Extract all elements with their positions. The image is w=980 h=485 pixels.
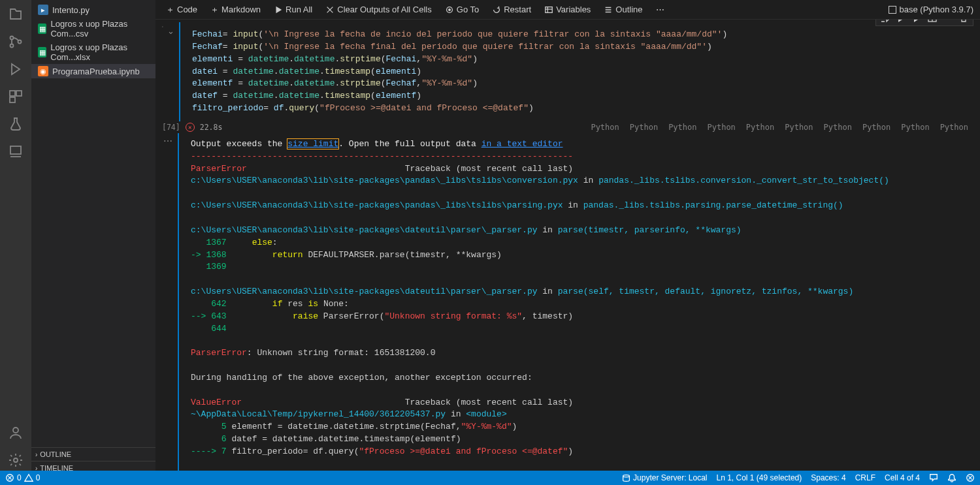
file-explorer: ▸Intento.py ▦Logros x uop Plazas Com...c… [31, 0, 155, 447]
svg-point-0 [10, 37, 14, 40]
jupyter-server-status[interactable]: Jupyter Server: Local [622, 473, 707, 482]
more-toolbar-icon[interactable]: ⋯ [652, 3, 668, 16]
kernel-selector[interactable]: base (Python 3.9.7) [889, 5, 973, 14]
notifications-icon[interactable] [947, 473, 956, 482]
variables-button[interactable]: Variables [540, 3, 595, 16]
execution-count: [74] [162, 123, 180, 132]
cell-position[interactable]: Cell 4 of 4 [885, 473, 920, 482]
notebook-file-icon: ◉ [38, 66, 48, 76]
execute-cell-icon[interactable] [896, 20, 906, 23]
csv-file-icon: ▦ [38, 23, 46, 34]
goto-button[interactable]: Go To [441, 3, 483, 16]
file-name: Intento.py [52, 5, 90, 15]
cell-editor[interactable]: Fechai= input('\n Ingrese la fecha de in… [179, 22, 979, 121]
kernel-status-icon [889, 6, 896, 14]
problems-status[interactable]: 0 0 [5, 473, 40, 482]
run-all-button[interactable]: Run All [270, 3, 316, 16]
file-name: Logros x uop Plazas Com...xlsx [50, 42, 149, 62]
mime-buttons: PythonPythonPythonPythonPythonPythonPyth… [591, 123, 980, 132]
svg-rect-3 [10, 91, 15, 96]
accounts-icon[interactable] [8, 425, 24, 441]
run-by-line-icon[interactable] [880, 20, 890, 23]
outline-section-header[interactable]: ›OUTLINE [31, 448, 155, 462]
svg-point-7 [13, 428, 18, 433]
feedback-icon[interactable] [929, 473, 938, 482]
testing-icon[interactable] [8, 116, 24, 132]
explorer-activity-icon[interactable] [8, 7, 24, 22]
xlsx-file-icon: ▦ [38, 47, 46, 57]
outline-button[interactable]: Outline [600, 3, 646, 16]
svg-rect-11 [546, 7, 553, 12]
add-code-button[interactable]: ＋Code [162, 3, 201, 17]
split-cell-icon[interactable] [927, 20, 938, 23]
size-limit-link[interactable]: size limit [287, 139, 338, 149]
svg-rect-4 [16, 91, 22, 96]
notebook-toolbar: ＋Code ＋Markdown Run All Clear Outputs of… [155, 0, 980, 20]
run-cell-icon[interactable] [162, 26, 163, 35]
file-item[interactable]: ▦Logros x uop Plazas Com...xlsx [31, 40, 155, 64]
eol-status[interactable]: CRLF [855, 473, 875, 482]
execution-status-row: [74] ✕ 22.8s PythonPythonPythonPythonPyt… [155, 121, 980, 133]
svg-point-14 [623, 475, 630, 477]
cell-collapse-icon[interactable]: ⌄ [167, 26, 174, 33]
svg-point-10 [448, 8, 450, 10]
svg-rect-5 [10, 97, 15, 102]
file-item[interactable]: ▦Logros x uop Plazas Com...csv [31, 17, 155, 40]
file-item[interactable]: ◉ProgramaPrueba.ipynb [31, 64, 155, 78]
output-options-icon[interactable]: ⋯ [163, 136, 172, 146]
code-cell: ⋯ ⌄ Fechai= input('\n Ingrese la fecha d… [157, 22, 979, 121]
file-name: ProgramaPrueba.ipynb [52, 67, 140, 76]
python-file-icon: ▸ [38, 5, 48, 15]
more-cell-icon[interactable]: ⋯ [943, 20, 953, 23]
cell-toolbar: ⋯ [875, 20, 973, 26]
file-name: Logros x uop Plazas Com...csv [50, 19, 149, 39]
remote-icon[interactable] [8, 144, 24, 159]
source-control-icon[interactable] [8, 34, 24, 50]
open-text-editor-link[interactable]: in a text editor [482, 139, 563, 149]
chevron-right-icon: › [35, 451, 37, 458]
indentation-status[interactable]: Spaces: 4 [811, 473, 845, 482]
restart-button[interactable]: Restart [488, 3, 535, 16]
add-markdown-button[interactable]: ＋Markdown [206, 3, 265, 17]
svg-rect-6 [10, 146, 21, 154]
extensions-icon[interactable] [8, 89, 24, 104]
error-status-icon: ✕ [186, 123, 195, 132]
status-bar: 0 0 Jupyter Server: Local Ln 1, Col 1 (4… [0, 471, 980, 485]
svg-point-8 [14, 458, 18, 462]
svg-point-2 [18, 40, 22, 44]
cursor-position[interactable]: Ln 1, Col 1 (49 selected) [717, 473, 802, 482]
run-debug-icon[interactable] [8, 61, 24, 77]
settings-gear-icon[interactable] [8, 452, 24, 468]
delete-cell-icon[interactable] [958, 20, 969, 23]
file-item[interactable]: ▸Intento.py [31, 3, 155, 17]
svg-point-1 [10, 44, 14, 48]
execution-time: 22.8s [200, 123, 223, 132]
cell-output: ⋯ Output exceeds the size limit. Open th… [178, 133, 980, 475]
execute-above-icon[interactable] [911, 20, 922, 23]
clear-outputs-button[interactable]: Clear Outputs of All Cells [321, 3, 436, 16]
prettier-icon[interactable] [966, 473, 975, 482]
